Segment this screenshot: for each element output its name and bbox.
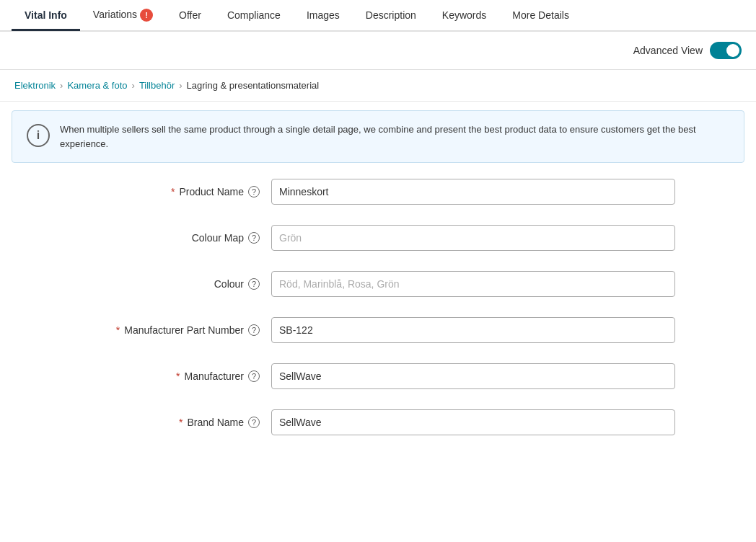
help-icon-brand-name[interactable]: ? [248, 417, 260, 428]
breadcrumb-sep-1: › [132, 80, 135, 91]
form-row-brand-name: *Brand Name? [14, 409, 742, 435]
help-icon-manufacturer[interactable]: ? [248, 370, 260, 382]
advanced-view-toggle[interactable] [710, 42, 742, 59]
input-manufacturer[interactable] [271, 363, 675, 389]
info-banner-text: When multiple sellers sell the same prod… [60, 123, 729, 151]
tab-images[interactable]: Images [294, 1, 353, 30]
breadcrumb-sep-2: › [179, 80, 182, 91]
label-area-product-name: *Product Name? [14, 186, 260, 197]
label-area-manufacturer-part-number: *Manufacturer Part Number? [14, 324, 260, 336]
tab-vital-info[interactable]: Vital Info [12, 1, 80, 30]
required-star-product-name: * [171, 186, 175, 197]
breadcrumb: Elektronik›Kamera & foto›Tillbehör›Lagri… [0, 70, 756, 102]
form-row-product-name: *Product Name? [14, 179, 742, 205]
tab-badge-variations: ! [140, 9, 153, 22]
input-brand-name[interactable] [271, 409, 675, 435]
help-icon-manufacturer-part-number[interactable]: ? [248, 324, 260, 336]
vital-info-form: *Product Name?Colour Map?Colour?*Manufac… [0, 172, 756, 477]
label-area-colour: Colour? [14, 278, 260, 290]
required-star-manufacturer-part-number: * [116, 324, 120, 336]
help-icon-product-name[interactable]: ? [248, 186, 260, 197]
form-row-manufacturer: *Manufacturer? [14, 363, 742, 389]
label-area-colour-map: Colour Map? [14, 232, 260, 244]
breadcrumb-item-2[interactable]: Tillbehör [139, 80, 175, 91]
input-product-name[interactable] [271, 179, 675, 205]
input-colour-map[interactable] [271, 225, 675, 251]
breadcrumb-sep-0: › [60, 80, 63, 91]
field-label-product-name: Product Name [180, 186, 244, 197]
field-label-manufacturer-part-number: Manufacturer Part Number [124, 324, 244, 336]
info-icon: i [27, 124, 50, 147]
tab-compliance[interactable]: Compliance [214, 1, 294, 30]
form-row-colour-map: Colour Map? [14, 225, 742, 251]
form-row-manufacturer-part-number: *Manufacturer Part Number? [14, 317, 742, 343]
tab-variations[interactable]: Variations! [80, 0, 166, 30]
breadcrumb-item-0[interactable]: Elektronik [14, 80, 56, 91]
form-row-colour: Colour? [14, 271, 742, 297]
label-area-manufacturer: *Manufacturer? [14, 370, 260, 382]
field-label-colour: Colour [214, 278, 244, 290]
tab-more-details[interactable]: More Details [499, 1, 582, 30]
tab-description[interactable]: Description [353, 1, 429, 30]
input-colour[interactable] [271, 271, 675, 297]
label-area-brand-name: *Brand Name? [14, 417, 260, 428]
field-label-colour-map: Colour Map [192, 232, 244, 244]
required-star-brand-name: * [179, 417, 183, 428]
tab-offer[interactable]: Offer [166, 1, 214, 30]
field-label-brand-name: Brand Name [187, 417, 244, 428]
tab-navigation: Vital InfoVariations!OfferComplianceImag… [0, 0, 756, 32]
advanced-view-label: Advanced View [633, 45, 703, 56]
advanced-view-bar: Advanced View [0, 32, 756, 70]
info-banner: i When multiple sellers sell the same pr… [12, 110, 744, 163]
help-icon-colour[interactable]: ? [248, 278, 260, 290]
input-manufacturer-part-number[interactable] [271, 317, 675, 343]
field-label-manufacturer: Manufacturer [185, 370, 244, 382]
tab-keywords[interactable]: Keywords [429, 1, 499, 30]
breadcrumb-item-3: Lagring & presentationsmaterial [187, 80, 320, 91]
required-star-manufacturer: * [176, 370, 180, 382]
breadcrumb-item-1[interactable]: Kamera & foto [67, 80, 127, 91]
help-icon-colour-map[interactable]: ? [248, 232, 260, 244]
